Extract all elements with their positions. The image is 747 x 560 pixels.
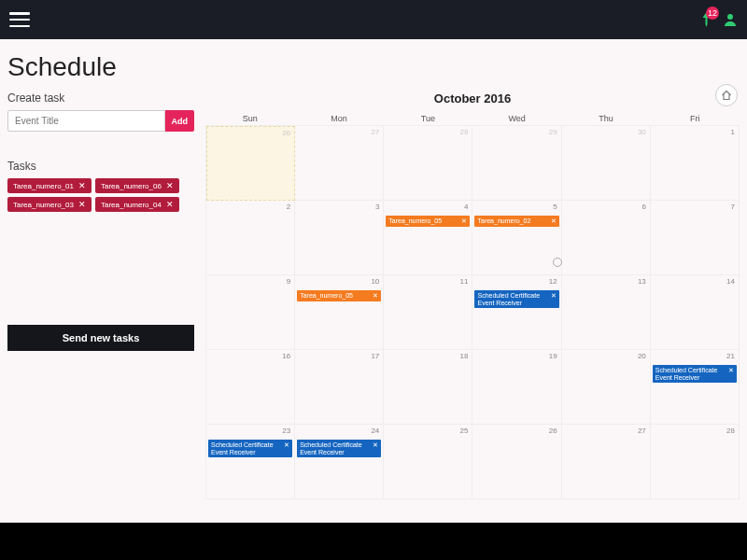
calendar-cell[interactable]: 14: [651, 275, 740, 350]
calendar-event[interactable]: Tarea_numero_05✕: [386, 216, 470, 227]
event-remove-icon[interactable]: ✕: [461, 217, 467, 225]
day-number: 9: [287, 277, 290, 286]
calendar-cell[interactable]: 6: [562, 201, 651, 275]
chip-remove-icon[interactable]: ✕: [166, 181, 174, 190]
task-chips: Tarea_numero_01✕Tarea_numero_06✕Tarea_nu…: [7, 178, 194, 212]
event-remove-icon[interactable]: ✕: [551, 292, 557, 306]
day-number: 21: [726, 352, 735, 360]
day-header: Sun: [205, 114, 294, 123]
topbar-right: 12: [698, 12, 738, 27]
day-number: 28: [460, 128, 469, 136]
task-chip[interactable]: Tarea_numero_01✕: [7, 178, 92, 193]
event-remove-icon[interactable]: ✕: [373, 441, 378, 455]
calendar-cell[interactable]: 11: [384, 275, 472, 350]
calendar-event[interactable]: Scheduled Certificate Event Receiver✕: [653, 365, 737, 383]
day-number: 13: [638, 277, 646, 286]
day-number: 12: [549, 277, 557, 286]
pin-icon[interactable]: 12: [698, 12, 713, 27]
calendar-cell[interactable]: 26: [206, 126, 295, 201]
calendar-cell[interactable]: 17: [295, 350, 384, 425]
calendar-cell[interactable]: 28: [384, 126, 472, 201]
calendar-cell[interactable]: 23Scheduled Certificate Event Receiver✕: [206, 425, 295, 499]
calendar-day-headers: SunMonTueWedThuFri: [205, 110, 740, 125]
create-task-row: Add: [7, 110, 194, 132]
event-label: Scheduled Certificate Event Receiver: [211, 441, 281, 455]
calendar-cell[interactable]: 5Tarea_numero_02✕: [472, 201, 561, 275]
calendar-cell[interactable]: 29: [472, 126, 561, 201]
calendar: October 2016 SunMonTueWedThuFri 26272829…: [205, 86, 740, 499]
home-button[interactable]: [715, 84, 738, 106]
day-number: 5: [553, 203, 557, 211]
event-remove-icon[interactable]: ✕: [373, 292, 378, 300]
task-chip[interactable]: Tarea_numero_06✕: [95, 178, 179, 193]
calendar-event[interactable]: Scheduled Certificate Event Receiver✕: [208, 440, 292, 457]
calendar-cell[interactable]: 27: [295, 126, 384, 201]
event-remove-icon[interactable]: ✕: [728, 367, 734, 381]
day-number: 1: [731, 128, 735, 136]
calendar-cell[interactable]: 16: [206, 350, 295, 425]
day-number: 27: [371, 128, 379, 136]
chip-label: Tarea_numero_04: [101, 201, 162, 209]
task-chip[interactable]: Tarea_numero_03✕: [7, 197, 92, 212]
calendar-cell[interactable]: 26: [472, 425, 561, 499]
task-chip[interactable]: Tarea_numero_04✕: [95, 197, 179, 212]
calendar-cell[interactable]: 28: [651, 425, 740, 499]
calendar-cell[interactable]: 20: [562, 350, 651, 425]
chip-remove-icon[interactable]: ✕: [78, 181, 86, 190]
calendar-cell[interactable]: 12Scheduled Certificate Event Receiver✕: [472, 275, 561, 350]
day-number: 4: [464, 203, 468, 211]
calendar-grid: 26272829301234Tarea_numero_05✕5Tarea_num…: [205, 125, 740, 499]
chip-remove-icon[interactable]: ✕: [166, 200, 174, 209]
task-title-input[interactable]: [7, 110, 165, 132]
calendar-cell[interactable]: 7: [651, 201, 740, 275]
topbar: 12: [0, 0, 747, 39]
day-number: 28: [726, 427, 735, 435]
day-number: 19: [549, 352, 557, 360]
calendar-event[interactable]: Scheduled Certificate Event Receiver✕: [297, 440, 381, 457]
calendar-cell[interactable]: 9: [206, 275, 295, 350]
event-remove-icon[interactable]: ✕: [551, 217, 557, 225]
tasks-label: Tasks: [7, 160, 194, 173]
event-label: Tarea_numero_05: [300, 292, 353, 300]
calendar-cell[interactable]: 19: [472, 350, 561, 425]
calendar-month-title: October 2016: [434, 91, 511, 105]
calendar-header: October 2016: [205, 86, 740, 110]
event-label: Scheduled Certificate Event Receiver: [655, 367, 726, 381]
day-number: 6: [641, 203, 645, 211]
calendar-cell[interactable]: 30: [562, 126, 651, 201]
calendar-cell[interactable]: 24Scheduled Certificate Event Receiver✕: [295, 425, 384, 499]
calendar-event[interactable]: Tarea_numero_02✕: [474, 216, 558, 227]
day-number: 25: [460, 427, 469, 435]
sidebar: Create task Add Tasks Tarea_numero_01✕Ta…: [7, 86, 194, 499]
calendar-cell[interactable]: 27: [562, 425, 651, 499]
event-label: Scheduled Certificate Event Receiver: [477, 292, 547, 306]
svg-point-0: [727, 14, 733, 20]
event-label: Tarea_numero_05: [388, 217, 442, 225]
calendar-cell[interactable]: 2: [206, 201, 295, 275]
calendar-cell[interactable]: 13: [562, 275, 651, 350]
day-number: 26: [282, 129, 290, 137]
notification-count-badge: 12: [706, 7, 719, 20]
add-task-button[interactable]: Add: [165, 110, 195, 132]
day-number: 3: [375, 203, 379, 211]
calendar-event[interactable]: Scheduled Certificate Event Receiver✕: [474, 290, 558, 308]
user-icon[interactable]: [723, 12, 738, 27]
create-task-label: Create task: [7, 91, 194, 105]
day-number: 14: [726, 277, 735, 286]
calendar-cell[interactable]: 21Scheduled Certificate Event Receiver✕: [651, 350, 740, 425]
event-remove-icon[interactable]: ✕: [284, 441, 289, 455]
calendar-cell[interactable]: 1: [651, 126, 740, 201]
send-tasks-button[interactable]: Send new tasks: [7, 325, 194, 351]
calendar-cell[interactable]: 18: [384, 350, 472, 425]
calendar-cell[interactable]: 10Tarea_numero_05✕: [295, 275, 384, 350]
calendar-event[interactable]: Tarea_numero_05✕: [297, 290, 381, 301]
event-label: Tarea_numero_02: [477, 217, 530, 225]
chip-remove-icon[interactable]: ✕: [78, 200, 86, 209]
calendar-cell[interactable]: 25: [384, 425, 472, 499]
day-header: Fri: [651, 114, 740, 123]
calendar-cell[interactable]: 4Tarea_numero_05✕: [384, 201, 472, 275]
day-number: 20: [638, 352, 646, 360]
menu-icon[interactable]: [9, 12, 30, 27]
calendar-cell[interactable]: 3: [295, 201, 384, 275]
day-number: 17: [371, 352, 379, 360]
